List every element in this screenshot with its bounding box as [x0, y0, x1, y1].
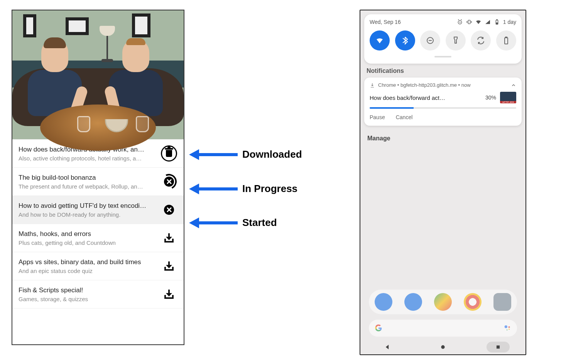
google-search-bar[interactable]	[369, 320, 517, 337]
svg-rect-4	[496, 22, 498, 24]
cancel-download-button[interactable]	[161, 201, 177, 218]
episode-title: Apps vs sites, binary data, and build ti…	[19, 258, 157, 266]
episode-title: How to avoid getting UTF'd by text encod…	[19, 202, 157, 210]
episode-row[interactable]: Fish & Scripts special! Games, storage, …	[12, 280, 184, 308]
callout-label: Downloaded	[242, 148, 302, 160]
svg-rect-1	[468, 20, 470, 24]
episode-subtitle: Games, storage, & quizzes	[19, 296, 157, 302]
cancel-download-button[interactable]	[161, 173, 177, 190]
arrow-left-icon	[189, 149, 199, 160]
notifications-header: Notifications	[367, 67, 519, 74]
camera-app-icon[interactable]	[493, 293, 511, 311]
episode-subtitle: Plus cats, getting old, and Countdown	[19, 239, 157, 246]
nav-home-button[interactable]	[431, 342, 455, 352]
podcast-app-panel: How does back/forward actually work, an……	[12, 10, 184, 345]
episode-row[interactable]: Maths, hooks, and errors Plus cats, gett…	[12, 224, 184, 252]
alarm-icon	[457, 19, 463, 25]
episode-title: Fish & Scripts special!	[19, 286, 157, 294]
episode-subtitle: And how to be DOM-ready for anything.	[19, 211, 157, 218]
qs-bluetooth-toggle[interactable]	[395, 30, 415, 51]
svg-rect-14	[497, 345, 500, 349]
phone-app-icon[interactable]	[375, 293, 392, 311]
cell-signal-icon	[485, 19, 491, 25]
progress-spinner-icon	[161, 174, 177, 189]
nav-recents-button[interactable]	[487, 342, 510, 352]
svg-rect-3	[496, 20, 497, 20]
battery-icon	[494, 19, 500, 25]
quick-settings-handle[interactable]	[434, 56, 451, 57]
download-icon	[370, 83, 375, 88]
episode-title: The big build-tool bonanza	[19, 174, 157, 182]
notification-pause-button[interactable]: Pause	[370, 114, 385, 120]
episode-row[interactable]: How to avoid getting UTF'd by text encod…	[12, 196, 184, 224]
cancel-icon	[164, 205, 174, 215]
google-g-icon	[374, 324, 383, 332]
svg-rect-8	[505, 37, 507, 38]
episode-list: How does back/forward actually work, an……	[12, 140, 184, 308]
svg-point-12	[507, 329, 507, 330]
play-store-app-icon[interactable]	[434, 293, 452, 311]
notification-progress-bar	[370, 107, 516, 109]
battery-text: 1 day	[503, 19, 516, 25]
download-button[interactable]	[161, 229, 177, 246]
svg-point-13	[441, 345, 444, 349]
chevron-up-icon[interactable]	[511, 83, 516, 88]
episode-title: Maths, hooks, and errors	[19, 230, 157, 238]
status-date: Wed, Sep 16	[370, 19, 401, 25]
trash-icon	[161, 145, 177, 162]
episode-subtitle: The present and future of webpack, Rollu…	[19, 183, 157, 190]
svg-point-10	[509, 326, 510, 328]
assistant-icon	[503, 324, 512, 332]
callout-label: Started	[242, 217, 277, 229]
delete-download-button[interactable]	[161, 145, 177, 162]
episode-subtitle: And an epic status code quiz	[19, 268, 157, 274]
messages-app-icon[interactable]	[404, 293, 422, 311]
download-icon	[164, 290, 174, 299]
svg-point-9	[505, 325, 507, 328]
qs-dnd-toggle[interactable]	[420, 30, 440, 51]
notification-source: Chrome • bgfetch-http203.glitch.me • now	[378, 82, 471, 88]
qs-battery-saver-toggle[interactable]	[496, 30, 516, 51]
callout-label: In Progress	[242, 183, 297, 195]
download-button[interactable]	[161, 286, 177, 303]
svg-point-5	[379, 42, 380, 43]
notification-cancel-button[interactable]: Cancel	[396, 114, 413, 120]
svg-rect-7	[505, 38, 508, 44]
download-icon	[164, 261, 174, 271]
download-button[interactable]	[161, 258, 177, 275]
hero-episode-image	[12, 10, 184, 140]
status-icons: 1 day	[457, 19, 516, 25]
arrow-left-icon	[189, 184, 199, 194]
callout-downloaded: Downloaded	[189, 148, 302, 160]
home-dock	[369, 290, 517, 314]
svg-point-11	[509, 329, 510, 330]
callout-in-progress: In Progress	[189, 183, 297, 195]
episode-row[interactable]: The big build-tool bonanza The present a…	[12, 168, 184, 196]
qs-flashlight-toggle[interactable]	[446, 30, 466, 51]
qs-wifi-toggle[interactable]	[370, 30, 390, 51]
nav-back-button[interactable]	[376, 342, 399, 352]
qs-rotate-toggle[interactable]	[471, 30, 491, 51]
notification-percent: 30%	[485, 94, 496, 101]
download-icon	[164, 233, 174, 243]
quick-settings-panel[interactable]: Wed, Sep 16 1 day	[364, 14, 522, 64]
wifi-icon	[475, 19, 482, 25]
episode-row[interactable]: Apps vs sites, binary data, and build ti…	[12, 252, 184, 280]
vibrate-icon	[466, 19, 472, 25]
notification-title: How does back/forward act…	[370, 94, 482, 101]
callout-started: Started	[189, 217, 277, 229]
notification-thumbnail	[500, 92, 516, 103]
episode-subtitle: Also, active clothing protocols, hotel r…	[19, 155, 157, 162]
notification-progress-fill	[370, 107, 414, 109]
android-nav-bar	[360, 340, 525, 354]
download-notification[interactable]: Chrome • bgfetch-http203.glitch.me • now…	[364, 78, 522, 126]
manage-notifications-button[interactable]: Manage	[367, 135, 519, 142]
chrome-app-icon[interactable]	[464, 293, 482, 311]
android-phone-frame: Wed, Sep 16 1 day Notific	[360, 10, 526, 355]
arrow-left-icon	[189, 217, 199, 228]
